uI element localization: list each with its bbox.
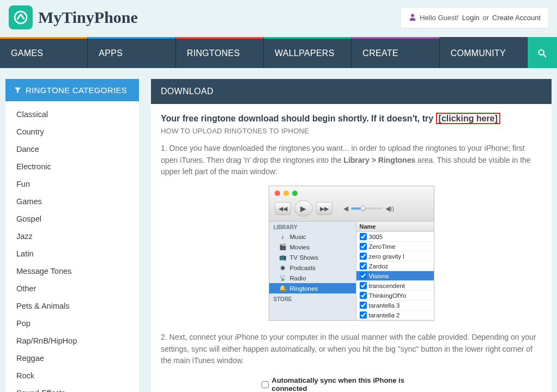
track-check <box>360 253 367 260</box>
sidebar: RINGTONE CATEGORIES Classical Country Da… <box>5 79 139 392</box>
cat-fun[interactable]: Fun <box>5 175 139 193</box>
radio-icon: 📡 <box>279 274 287 281</box>
main-nav: GAMES APPS RINGTONES WALLPAPERS CREATE C… <box>0 37 557 68</box>
svg-point-1 <box>411 14 414 17</box>
opt-auto-sync: Automatically sync when this iPhone is c… <box>262 375 441 392</box>
cat-pop[interactable]: Pop <box>5 315 139 332</box>
track-row: transcendent <box>356 281 434 291</box>
track-row: Zardoz <box>356 261 434 271</box>
itunes-titlebar: ◀◀ ▶ ▶▶ ◀ ◀)) <box>269 186 434 222</box>
search-button[interactable] <box>528 37 557 68</box>
side-music: ♪Music <box>269 232 356 242</box>
window-buttons <box>275 191 428 196</box>
cat-latin[interactable]: Latin <box>5 245 139 262</box>
bell-icon: 🔔 <box>279 285 287 292</box>
cat-gospel[interactable]: Gospel <box>5 210 139 228</box>
track-check <box>360 311 367 318</box>
podcast-icon: ◉ <box>279 264 287 271</box>
clicking-here-link[interactable]: [clicking here] <box>436 113 500 124</box>
volume-slider <box>351 207 383 210</box>
step1-b: Library > Ringtones <box>343 156 415 164</box>
playback-controls: ◀◀ ▶ ▶▶ ◀ ◀)) <box>275 200 428 217</box>
cat-electronic[interactable]: Electronic <box>5 158 139 175</box>
cat-other[interactable]: Other <box>5 280 139 297</box>
side-tvshows: 📺TV Shows <box>269 252 356 262</box>
track-row: ZeroTime <box>356 242 434 252</box>
create-account-link[interactable]: Create Account <box>492 14 541 22</box>
cat-jazz[interactable]: Jazz <box>5 228 139 245</box>
chk-auto-sync <box>262 381 269 388</box>
col-name: Name <box>356 222 434 232</box>
content-body: Your free ringtone download should begin… <box>151 104 552 392</box>
sync-options: Automatically sync when this iPhone is c… <box>262 375 441 392</box>
topbar: MyTinyPhone Hello Guest! Login or Create… <box>0 0 557 37</box>
side-movies: 🎬Movies <box>269 242 356 252</box>
prev-button: ◀◀ <box>275 202 291 215</box>
volume-control: ◀ ◀)) <box>343 205 395 212</box>
track-row: zero gravity l <box>356 252 434 261</box>
movies-icon: 🎬 <box>279 243 287 250</box>
store-head: STORE <box>269 293 356 304</box>
download-notice: Your free ringtone download should begin… <box>161 114 542 124</box>
notice-prefix: Your free ringtone download should begin… <box>161 114 436 123</box>
cat-rap-rnb-hiphop[interactable]: Rap/RnB/HipHop <box>5 332 139 350</box>
tv-icon: 📺 <box>279 254 287 261</box>
or-text: or <box>483 14 489 22</box>
nav-community[interactable]: COMMUNITY <box>440 37 528 68</box>
filter-icon <box>14 87 21 94</box>
library-head: LIBRARY <box>269 222 356 232</box>
brand-logo-icon <box>9 5 33 29</box>
track-check <box>360 272 367 279</box>
cat-pets-animals[interactable]: Pets & Animals <box>5 297 139 315</box>
track-row: ThinkingOfYo <box>356 291 434 301</box>
track-check <box>360 292 367 299</box>
nav-wallpapers[interactable]: WALLPAPERS <box>264 37 352 68</box>
nav-ringtones[interactable]: RINGTONES <box>176 37 264 68</box>
brand-name: MyTinyPhone <box>38 8 138 27</box>
music-icon: ♪ <box>279 234 287 240</box>
zoom-icon <box>292 191 298 196</box>
cat-reggae[interactable]: Reggae <box>5 350 139 367</box>
user-icon <box>409 13 416 22</box>
itunes-sidebar: LIBRARY ♪Music 🎬Movies 📺TV Shows ◉Podcas… <box>269 222 356 320</box>
howto-heading: HOW TO UPLOAD RINGTONES TO IPHONE <box>161 127 542 135</box>
side-podcasts: ◉Podcasts <box>269 262 356 273</box>
itunes-main: Name 3005 ZeroTime zero gravity l Zardoz… <box>356 222 434 320</box>
category-list: Classical Country Dance Electronic Fun G… <box>5 101 139 392</box>
volume-low-icon: ◀ <box>343 205 348 212</box>
cat-message-tones[interactable]: Message Tones <box>5 262 139 280</box>
sidebar-title: RINGTONE CATEGORIES <box>26 85 127 95</box>
user-greet: Hello Guest! Login or Create Account <box>401 8 548 28</box>
main-area: RINGTONE CATEGORIES Classical Country Da… <box>0 68 557 392</box>
track-row: Visions <box>356 271 434 281</box>
sidebar-heading: RINGTONE CATEGORIES <box>5 79 139 101</box>
track-check <box>360 243 367 250</box>
itunes-window: ◀◀ ▶ ▶▶ ◀ ◀)) LIBRARY <box>269 186 434 321</box>
track-check <box>360 282 367 289</box>
cat-rock[interactable]: Rock <box>5 367 139 384</box>
track-check <box>360 302 367 309</box>
step-2: 2. Next, connect your iPhone to your com… <box>161 332 542 367</box>
content-heading: DOWNLOAD <box>151 79 552 104</box>
cat-classical[interactable]: Classical <box>5 106 139 123</box>
greet-text: Hello Guest! <box>420 14 459 22</box>
track-row: tarantella 3 <box>356 301 434 310</box>
search-icon <box>537 48 547 58</box>
nav-apps[interactable]: APPS <box>88 37 175 68</box>
svg-point-0 <box>15 11 27 23</box>
cat-sound-effects[interactable]: Sound Effects <box>5 384 139 392</box>
track-row: tarantella 2 <box>356 310 434 320</box>
brand[interactable]: MyTinyPhone <box>9 5 138 29</box>
nav-create[interactable]: CREATE <box>352 37 439 68</box>
next-button: ▶▶ <box>316 202 332 215</box>
login-link[interactable]: Login <box>462 14 480 22</box>
svg-line-3 <box>543 54 546 57</box>
cat-games[interactable]: Games <box>5 193 139 210</box>
side-ringtones: 🔔Ringtones <box>269 283 356 293</box>
track-check <box>360 233 367 240</box>
nav-games[interactable]: GAMES <box>0 37 88 68</box>
cat-dance[interactable]: Dance <box>5 140 139 158</box>
cat-country[interactable]: Country <box>5 123 139 140</box>
track-check <box>360 262 367 270</box>
volume-high-icon: ◀)) <box>385 205 395 212</box>
